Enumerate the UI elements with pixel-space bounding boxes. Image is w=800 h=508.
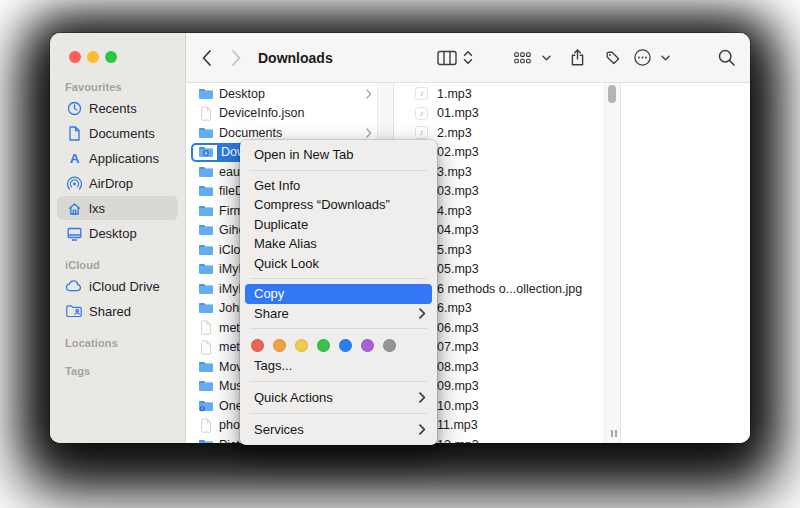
sidebar-item-label: Shared — [89, 304, 131, 319]
submenu-chevron-icon — [419, 392, 426, 403]
menu-separator — [250, 413, 427, 414]
chevrons-up-down-icon — [463, 50, 473, 65]
menu-item-services[interactable]: Services — [240, 419, 437, 440]
view-toggle-button[interactable] — [463, 33, 473, 82]
back-button[interactable] — [201, 33, 212, 82]
sidebar-item-applications[interactable]: AApplications — [57, 146, 178, 170]
chevron-right-icon — [231, 49, 242, 67]
menu-item-compress-downloads[interactable]: Compress “Downloads” — [240, 195, 437, 215]
tag-color-orange[interactable] — [273, 339, 286, 352]
file-name: 3.mp3 — [437, 165, 472, 179]
folder-download-icon — [197, 146, 214, 158]
file-name: Documents — [219, 126, 282, 140]
svg-text:♪: ♪ — [419, 128, 423, 138]
menu-item-get-info[interactable]: Get Info — [240, 176, 437, 196]
sidebar-item-icloud-drive[interactable]: iCloud Drive — [57, 274, 178, 298]
file-name: Desktop — [219, 87, 265, 101]
folder-icon — [197, 244, 214, 256]
cloud-icon — [64, 278, 84, 295]
home-icon — [64, 200, 84, 217]
group-button[interactable] — [514, 33, 531, 82]
more-chevron[interactable] — [661, 33, 670, 82]
folder-icon — [197, 224, 214, 236]
column-view-icon — [437, 50, 457, 66]
airdrop-icon — [64, 175, 84, 192]
tag-color-gray[interactable] — [383, 339, 396, 352]
context-menu: Open in New TabGet InfoCompress “Downloa… — [240, 140, 437, 445]
tag-color-yellow[interactable] — [295, 339, 308, 352]
audio-file-icon: ♪ — [414, 87, 429, 100]
tag-color-red[interactable] — [251, 339, 264, 352]
document-icon — [197, 340, 214, 355]
file-row-deviceinfo-json[interactable]: DeviceInfo.json — [186, 104, 377, 124]
sidebar-sections: FavouritesRecentsDocumentsAApplicationsA… — [50, 33, 185, 443]
menu-item-tags[interactable]: Tags... — [240, 356, 437, 376]
file-name: 07.mp3 — [437, 340, 479, 354]
audio-file-icon: ♪ — [414, 126, 429, 139]
folder-icon — [197, 302, 214, 314]
page-title: Downloads — [258, 33, 333, 82]
group-chevron[interactable] — [542, 33, 551, 82]
menu-item-label: Duplicate — [254, 217, 308, 232]
menu-item-quick-look[interactable]: Quick Look — [240, 254, 437, 274]
sidebar-item-desktop[interactable]: Desktop — [57, 221, 178, 245]
file-name: 5.mp3 — [437, 243, 472, 257]
menu-item-label: Services — [254, 422, 304, 437]
file-row-01-mp3[interactable]: ♪01.mp3 — [394, 104, 604, 124]
sidebar: FavouritesRecentsDocumentsAApplicationsA… — [50, 33, 186, 443]
scrollbar-thumb[interactable] — [608, 85, 616, 103]
folder-icon — [197, 283, 214, 295]
sidebar-item-label: AirDrop — [89, 176, 133, 191]
svg-text:♪: ♪ — [419, 108, 423, 118]
sidebar-item-label: Applications — [89, 151, 159, 166]
forward-button[interactable] — [231, 33, 242, 82]
menu-item-make-alias[interactable]: Make Alias — [240, 234, 437, 254]
sidebar-item-label: Desktop — [89, 226, 137, 241]
file-name: met — [219, 340, 240, 354]
sidebar-item-documents[interactable]: Documents — [57, 121, 178, 145]
column-view-button[interactable] — [437, 33, 457, 82]
folder-icon — [197, 263, 214, 275]
folder-icon — [197, 380, 214, 392]
tag-color-blue[interactable] — [339, 339, 352, 352]
menu-item-duplicate[interactable]: Duplicate — [240, 215, 437, 235]
file-name: 2.mp3 — [437, 126, 472, 140]
more-button[interactable] — [633, 33, 652, 82]
menu-item-share[interactable]: Share — [240, 304, 437, 324]
file-name: 05.mp3 — [437, 262, 479, 276]
menu-item-open-in-new-tab[interactable]: Open in New Tab — [240, 145, 437, 165]
file-name: 6 methods o...ollection.jpg — [437, 282, 582, 296]
share-button[interactable] — [569, 33, 586, 82]
menu-item-label: Compress “Downloads” — [254, 197, 390, 212]
file-row-desktop[interactable]: Desktop — [186, 84, 377, 104]
share-icon — [569, 48, 586, 67]
search-button[interactable] — [717, 33, 736, 82]
sidebar-item-shared[interactable]: Shared — [57, 299, 178, 323]
file-name: 6.mp3 — [437, 301, 472, 315]
sidebar-item-airdrop[interactable]: AirDrop — [57, 171, 178, 195]
file-name: Pict — [219, 438, 240, 443]
tags-button[interactable] — [604, 33, 622, 82]
tag-color-green[interactable] — [317, 339, 330, 352]
file-name: 11.mp3 — [437, 418, 478, 432]
svg-text:A: A — [69, 151, 79, 166]
menu-item-copy[interactable]: Copy — [245, 284, 432, 304]
scrollbar-track — [604, 83, 620, 443]
shared-folder-icon — [64, 303, 84, 319]
tag-color-purple[interactable] — [361, 339, 374, 352]
sidebar-item-label: lxs — [89, 201, 105, 216]
menu-item-label: Quick Look — [254, 256, 319, 271]
file-row-1-mp3[interactable]: ♪1.mp3 — [394, 84, 604, 104]
menu-item-quick-actions[interactable]: Quick Actions — [240, 387, 437, 408]
folder-icon — [197, 439, 214, 443]
column-resize-handle[interactable] — [611, 430, 617, 437]
clock-icon — [64, 100, 84, 117]
sidebar-item-recents[interactable]: Recents — [57, 96, 178, 120]
sidebar-section-header-tags: Tags — [50, 363, 185, 379]
sidebar-item-lxs[interactable]: lxs — [57, 196, 178, 220]
file-name: iClo — [219, 243, 241, 257]
document-icon — [197, 418, 214, 433]
file-name: DeviceInfo.json — [219, 106, 304, 120]
toolbar: Downloads — [186, 33, 750, 83]
folder-icon — [197, 205, 214, 217]
